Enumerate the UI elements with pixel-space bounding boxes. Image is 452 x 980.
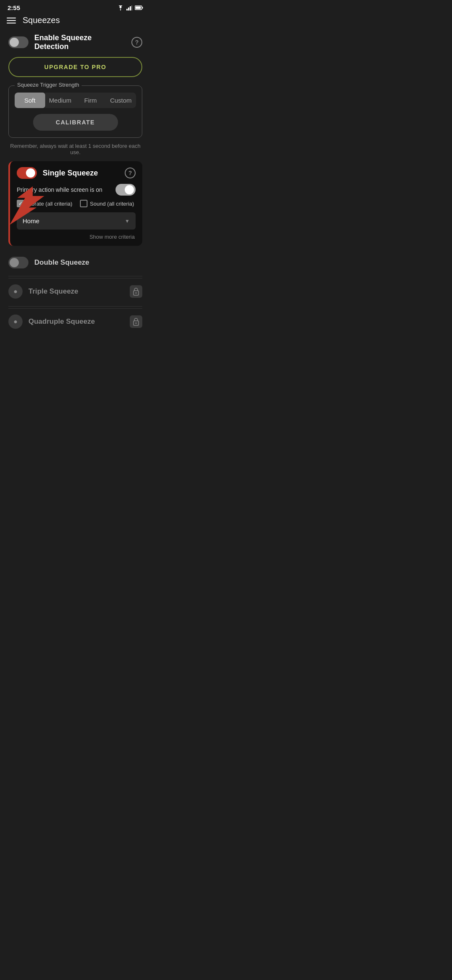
chevron-down-icon: ▼: [125, 218, 130, 224]
trigger-strength-label: Squeeze Trigger Strength: [15, 82, 82, 88]
single-squeeze-title: Single Squeeze: [43, 169, 119, 178]
quadruple-squeeze-lock-icon: [130, 315, 142, 328]
wifi-icon: [117, 5, 124, 10]
double-squeeze-title: Double Squeeze: [34, 258, 89, 267]
sound-checkbox[interactable]: [80, 200, 87, 207]
quadruple-squeeze-section: ● Quadruple Squeeze: [8, 308, 142, 335]
status-icons: [117, 5, 143, 10]
triple-toggle-circle: ●: [13, 288, 18, 295]
trigger-tabs: Soft Medium Firm Custom: [15, 93, 136, 108]
red-arrow-annotation: [6, 186, 52, 234]
svg-rect-7: [142, 7, 143, 9]
quadruple-toggle-circle: ●: [13, 318, 18, 325]
tab-medium[interactable]: Medium: [45, 93, 76, 108]
triple-squeeze-title: Triple Squeeze: [28, 287, 124, 296]
svg-rect-1: [126, 9, 128, 10]
signal-icon: [126, 5, 132, 10]
toggle-knob-red: [26, 168, 35, 178]
primary-action-toggle[interactable]: [116, 184, 136, 196]
toggle-knob-primary: [125, 185, 134, 194]
quadruple-squeeze-toggle-container[interactable]: ●: [8, 315, 23, 329]
sound-checkbox-item: Sound (all criteria): [80, 200, 134, 207]
svg-point-13: [136, 322, 137, 324]
calibrate-button[interactable]: CALIBRATE: [33, 114, 118, 131]
toggle-knob: [10, 38, 19, 47]
divider-2: [8, 306, 142, 307]
quadruple-squeeze-title: Quadruple Squeeze: [28, 317, 124, 326]
svg-rect-3: [130, 6, 131, 10]
svg-point-11: [136, 292, 137, 294]
single-squeeze-card: Single Squeeze ? Primary action while sc…: [8, 161, 142, 246]
status-bar: 2:55: [0, 0, 151, 14]
trigger-strength-card: Squeeze Trigger Strength Soft Medium Fir…: [8, 85, 142, 138]
tab-soft[interactable]: Soft: [15, 93, 45, 108]
triple-squeeze-toggle-container[interactable]: ●: [8, 284, 23, 299]
show-more-criteria[interactable]: Show more criteria: [17, 234, 136, 240]
single-squeeze-header: Single Squeeze ?: [17, 167, 136, 179]
top-bar: Squeezes: [0, 14, 151, 30]
sound-label: Sound (all criteria): [90, 201, 134, 207]
single-squeeze-toggle[interactable]: [17, 167, 37, 179]
svg-rect-2: [128, 8, 129, 10]
svg-rect-4: [131, 5, 132, 10]
tab-firm[interactable]: Firm: [75, 93, 106, 108]
divider-1: [8, 276, 142, 276]
triple-squeeze-section: ● Triple Squeeze: [8, 278, 142, 304]
enable-detection-label: Enable Squeeze Detection: [34, 34, 126, 51]
svg-marker-9: [10, 186, 44, 225]
upgrade-button[interactable]: UPGRADE TO PRO: [8, 57, 142, 77]
page-title: Squeezes: [23, 15, 60, 25]
svg-rect-6: [136, 7, 141, 9]
toggle-knob-double: [10, 258, 19, 267]
double-squeeze-toggle[interactable]: [8, 257, 28, 268]
enable-detection-row: Enable Squeeze Detection ?: [8, 34, 142, 51]
triple-squeeze-lock-icon: [130, 285, 142, 298]
main-content: Enable Squeeze Detection ? UPGRADE TO PR…: [0, 30, 151, 338]
single-squeeze-help[interactable]: ?: [125, 168, 136, 178]
tab-custom[interactable]: Custom: [106, 93, 136, 108]
double-squeeze-section: Double Squeeze: [8, 251, 142, 274]
enable-detection-help[interactable]: ?: [131, 37, 142, 48]
time-display: 2:55: [8, 4, 20, 11]
enable-detection-toggle[interactable]: [8, 36, 28, 48]
info-text: Remember, always wait at least 1 second …: [8, 143, 142, 155]
battery-icon: [135, 5, 143, 10]
hamburger-menu[interactable]: [7, 18, 16, 23]
svg-point-0: [120, 10, 121, 10]
